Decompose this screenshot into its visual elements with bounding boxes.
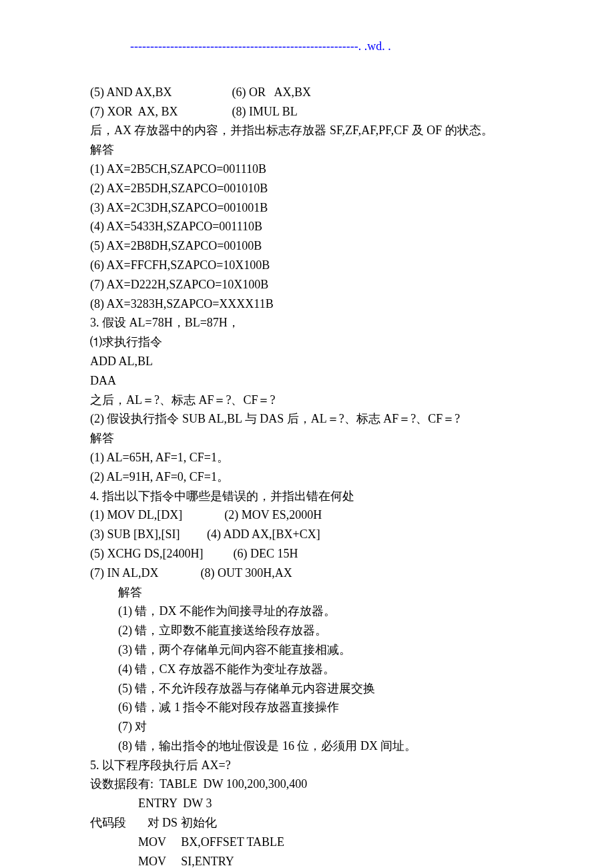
text-line: ADD AL,BL bbox=[90, 352, 524, 371]
text-line: (5) AND AX,BX (6) OR AX,BX bbox=[90, 83, 524, 102]
text-line: (1) 错，DX 不能作为间接寻址的存放器。 bbox=[90, 602, 524, 621]
document-body: (5) AND AX,BX (6) OR AX,BX (7) XOR AX, B… bbox=[90, 83, 524, 868]
text-line: 解答 bbox=[90, 429, 524, 448]
text-line: 3. 假设 AL=78H，BL=87H， bbox=[90, 313, 524, 333]
text-line: (8) AX=3283H,SZAPCO=XXXX11B bbox=[90, 294, 524, 314]
text-line: (1) AL=65H, AF=1, CF=1。 bbox=[90, 448, 524, 467]
text-line: 设数据段有: TABLE DW 100,200,300,400 bbox=[90, 775, 524, 794]
text-line: (7) AX=D222H,SZAPCO=10X100B bbox=[90, 275, 524, 294]
text-line: (4) 错，CX 存放器不能作为变址存放器。 bbox=[90, 660, 524, 679]
text-line: (7) 对 bbox=[90, 717, 524, 736]
text-line: (2) 错，立即数不能直接送给段存放器。 bbox=[90, 621, 524, 640]
text-line: (5) AX=2B8DH,SZAPCO=00100B bbox=[90, 236, 524, 256]
text-line: 代码段 对 DS 初始化 bbox=[90, 813, 524, 833]
text-line: (5) 错，不允许段存放器与存储单元内容进展交换 bbox=[90, 679, 524, 698]
text-line: (8) 错，输出指令的地址假设是 16 位，必须用 DX 间址。 bbox=[90, 736, 524, 756]
text-line: (2) 假设执行指令 SUB AL,BL 与 DAS 后，AL＝?、标志 AF＝… bbox=[90, 409, 524, 429]
text-line: 后，AX 存放器中的内容，并指出标志存放器 SF,ZF,AF,PF,CF 及 O… bbox=[90, 121, 524, 140]
text-line: 之后，AL＝?、标志 AF＝?、CF＝? bbox=[90, 391, 524, 410]
text-line: 解答 bbox=[90, 583, 524, 602]
text-line: (6) AX=FFCFH,SZAPCO=10X100B bbox=[90, 256, 524, 275]
text-line: (3) AX=2C3DH,SZAPCO=001001B bbox=[90, 198, 524, 218]
text-line: (3) 错，两个存储单元间内容不能直接相减。 bbox=[90, 640, 524, 660]
text-line: (7) XOR AX, BX (8) IMUL BL bbox=[90, 102, 524, 122]
text-line: (4) AX=5433H,SZAPCO=001110B bbox=[90, 217, 524, 236]
text-line: 5. 以下程序段执行后 AX=? bbox=[90, 756, 524, 775]
text-line: (1) MOV DL,[DX] (2) MOV ES,2000H bbox=[90, 505, 524, 525]
text-line: MOV SI,ENTRY bbox=[90, 852, 524, 868]
text-line: ENTRY DW 3 bbox=[90, 794, 524, 813]
text-line: (6) 错，减 1 指令不能对段存放器直接操作 bbox=[90, 698, 524, 717]
text-line: (5) XCHG DS,[2400H] (6) DEC 15H bbox=[90, 544, 524, 564]
text-line: (1) AX=2B5CH,SZAPCO=001110B bbox=[90, 160, 524, 179]
text-line: 解答 bbox=[90, 140, 524, 160]
text-line: ⑴求执行指令 bbox=[90, 333, 524, 352]
page-header: ----------------------------------------… bbox=[90, 37, 524, 56]
text-line: (2) AL=91H, AF=0, CF=1。 bbox=[90, 467, 524, 487]
text-line: 4. 指出以下指令中哪些是错误的，并指出错在何处 bbox=[90, 487, 524, 506]
text-line: (3) SUB [BX],[SI] (4) ADD AX,[BX+CX] bbox=[90, 525, 524, 544]
text-line: MOV BX,OFFSET TABLE bbox=[90, 833, 524, 852]
text-line: (7) IN AL,DX (8) OUT 300H,AX bbox=[90, 564, 524, 583]
text-line: (2) AX=2B5DH,SZAPCO=001010B bbox=[90, 179, 524, 198]
text-line: DAA bbox=[90, 371, 524, 391]
